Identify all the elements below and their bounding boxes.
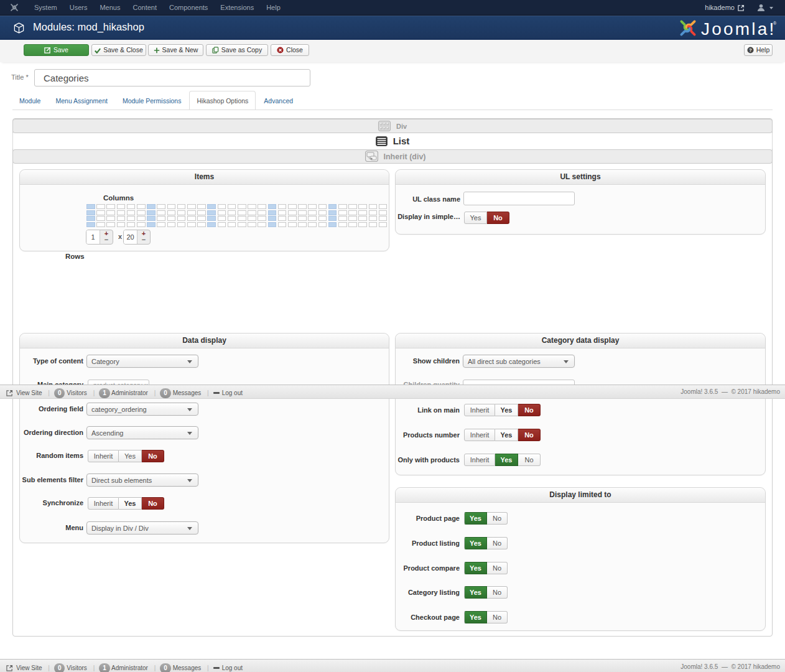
- svg-text:?: ?: [749, 47, 752, 53]
- svg-text:Joomla!: Joomla!: [701, 19, 776, 38]
- svg-text:®: ®: [773, 21, 777, 26]
